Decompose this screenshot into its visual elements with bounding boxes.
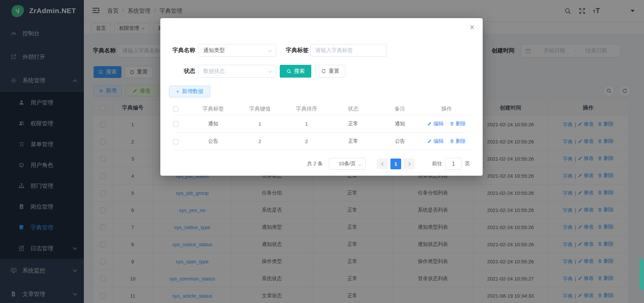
dict-tag-label: 字典标签: [280, 44, 309, 57]
total-count: 共 2 条: [307, 161, 323, 167]
chevron-down-icon: [358, 162, 361, 166]
add-data-button[interactable]: + 新增数据: [169, 86, 210, 97]
dict-name-select[interactable]: 通知类型: [198, 44, 276, 57]
header-operations: 操作: [423, 105, 470, 113]
status-label: 状态: [167, 65, 195, 78]
goto-unit: 页: [465, 161, 470, 167]
table-row: 通知 1 1 正常 通知 编辑 删除: [173, 115, 470, 133]
header-dict-sort: 字典排序: [283, 105, 330, 113]
op-delete-link[interactable]: 删除: [450, 138, 466, 144]
page-1-button[interactable]: 1: [390, 159, 401, 169]
chevron-down-icon: [268, 48, 272, 52]
dict-data-table: 字典标签 字典键值 字典排序 状态 备注 操作 通知 1 1 正常 通知 编辑 …: [173, 103, 470, 150]
dict-name-label: 字典名称: [167, 44, 195, 57]
next-page-button[interactable]: [404, 159, 415, 169]
status-select[interactable]: 数据状态: [198, 65, 276, 78]
row-checkbox[interactable]: [173, 122, 178, 127]
pagination: 共 2 条 10条/页 1 前往 页: [173, 158, 470, 170]
chevron-down-icon: [268, 69, 272, 73]
dict-data-dialog: × 字典名称 通知类型 字典标签 状态 数据状态 搜索 重置 + 新增数据: [160, 18, 483, 176]
header-dict-label: 字典标签: [190, 105, 236, 113]
header-status: 状态: [330, 105, 377, 113]
header-dict-value: 字典键值: [236, 105, 283, 113]
table-header-row: 字典标签 字典键值 字典排序 状态 备注 操作: [173, 103, 470, 115]
page-size-select[interactable]: 10条/页: [329, 158, 366, 170]
select-all-checkbox[interactable]: [173, 106, 178, 112]
op-edit-link[interactable]: 编辑: [427, 121, 443, 127]
dict-tag-input[interactable]: [310, 44, 386, 57]
scrollbar-thumb[interactable]: [640, 259, 643, 290]
goto-label: 前往: [432, 161, 442, 167]
goto-page-input[interactable]: [445, 158, 462, 170]
modal-search-button[interactable]: 搜索: [280, 65, 311, 78]
app-window: V ZrAdmin.NET 控制台 外部打开 系统管理: [0, 0, 644, 303]
close-icon[interactable]: ×: [470, 23, 475, 32]
prev-page-button[interactable]: [377, 159, 388, 169]
op-delete-link[interactable]: 删除: [450, 121, 466, 127]
header-remark: 备注: [377, 105, 423, 113]
modal-reset-button[interactable]: 重置: [315, 65, 345, 78]
row-checkbox[interactable]: [173, 139, 178, 144]
op-edit-link[interactable]: 编辑: [427, 138, 443, 144]
table-row: 公告 2 2 正常 公告 编辑 删除: [173, 133, 470, 150]
